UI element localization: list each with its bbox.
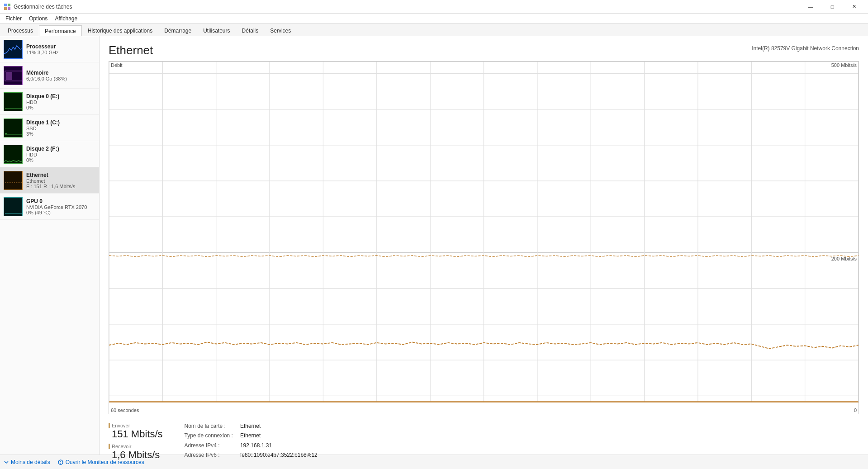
- chart-500-label: 500 Mbits/s: [831, 62, 857, 68]
- svg-rect-1: [8, 4, 10, 6]
- content-device: Intel(R) 82579V Gigabit Network Connecti…: [752, 43, 859, 52]
- main-content: Processeur 11% 3,70 GHz Mémoire 6,0/16,0…: [0, 36, 868, 455]
- ipv4-value: 192.168.1.31: [240, 442, 318, 451]
- disk0-type: HDD: [26, 99, 95, 105]
- sidebar-item-disk0[interactable]: Disque 0 (E:) HDD 0%: [0, 89, 99, 115]
- maximize-button[interactable]: □: [822, 0, 843, 14]
- menu-options[interactable]: Options: [25, 14, 51, 23]
- disk0-info: Disque 0 (E:) HDD 0%: [26, 93, 95, 110]
- gpu-thumbnail: [4, 197, 23, 216]
- tab-processus[interactable]: Processus: [2, 25, 39, 36]
- tab-historique[interactable]: Historique des applications: [82, 25, 158, 36]
- ethernet-subtitle: Ethernet: [26, 178, 95, 184]
- content-title: Ethernet: [109, 43, 153, 57]
- disk1-thumbnail: [4, 118, 23, 137]
- ethernet-info: Ethernet Ethernet E : 151 R : 1,6 Mbits/…: [26, 172, 95, 189]
- ethernet-thumbnail: [4, 171, 23, 190]
- sidebar-item-disk1[interactable]: Disque 1 (C:) SSD 3%: [0, 115, 99, 141]
- svg-rect-2: [4, 7, 7, 10]
- disk1-value: 3%: [26, 131, 95, 137]
- cpu-info: Processeur 11% 3,70 GHz: [26, 43, 95, 55]
- chart-debit-label: Débit: [111, 62, 123, 68]
- window-title: Gestionnaire des tâches: [14, 4, 72, 10]
- less-details-link[interactable]: Moins de détails: [4, 459, 50, 465]
- app-icon: [4, 3, 11, 10]
- memory-info: Mémoire 6,0/16,0 Go (38%): [26, 70, 95, 81]
- disk0-value: 0%: [26, 105, 95, 110]
- card-name-label: Nom de la carte :: [185, 423, 233, 432]
- memory-value: 6,0/16,0 Go (38%): [26, 76, 95, 81]
- menu-fichier[interactable]: Fichier: [2, 14, 25, 23]
- title-bar-left: Gestionnaire des tâches: [4, 3, 72, 10]
- disk2-title: Disque 2 (F:): [26, 146, 95, 152]
- card-name-value: Ethernet: [240, 423, 318, 432]
- svg-point-40: [60, 463, 61, 464]
- chevron-icon: [4, 460, 9, 465]
- sidebar-item-cpu[interactable]: Processeur 11% 3,70 GHz: [0, 36, 99, 62]
- svg-rect-0: [4, 4, 7, 6]
- memory-thumbnail: [4, 66, 23, 85]
- tab-demarrage[interactable]: Démarrage: [158, 25, 197, 36]
- memory-title: Mémoire: [26, 70, 95, 76]
- content-area: Ethernet Intel(R) 82579V Gigabit Network…: [100, 36, 868, 455]
- receive-block: Recevoir 1,6 Mbits/s: [109, 444, 163, 461]
- ethernet-title: Ethernet: [26, 172, 95, 178]
- disk0-title: Disque 0 (E:): [26, 93, 95, 99]
- send-label: Envoyer: [109, 423, 163, 428]
- chart-0-label: 0: [854, 407, 857, 413]
- tab-services[interactable]: Services: [264, 25, 297, 36]
- receive-label: Recevoir: [109, 444, 163, 449]
- gpu-subtitle: NVIDIA GeForce RTX 2070: [26, 204, 95, 210]
- monitor-label: Ouvrir le Moniteur de ressources: [66, 459, 144, 465]
- svg-rect-3: [8, 7, 10, 10]
- minimize-button[interactable]: —: [800, 0, 821, 14]
- disk2-type: HDD: [26, 152, 95, 157]
- sidebar-item-ethernet[interactable]: Ethernet Ethernet E : 151 R : 1,6 Mbits/…: [0, 167, 99, 194]
- title-bar: Gestionnaire des tâches — □ ✕: [0, 0, 868, 14]
- stats-row: Envoyer 151 Mbits/s Recevoir 1,6 Mbits/s…: [109, 419, 859, 461]
- tab-bar: Processus Performance Historique des app…: [0, 24, 868, 36]
- send-value: 151 Mbits/s: [109, 428, 163, 440]
- monitor-icon: [57, 459, 64, 465]
- ethernet-chart: Débit 500 Mbits/s 200 Mbits/s 0 60 secon…: [109, 61, 859, 414]
- tab-utilisateurs[interactable]: Utilisateurs: [197, 25, 236, 36]
- disk2-value: 0%: [26, 157, 95, 163]
- disk2-info: Disque 2 (F:) HDD 0%: [26, 146, 95, 163]
- ipv6-value: fe80::1090:e4b7:3522:b1b8%12: [240, 452, 318, 461]
- cpu-thumbnail: [4, 40, 23, 59]
- ipv6-label: Adresse IPv6 :: [185, 452, 233, 461]
- title-bar-controls: — □ ✕: [800, 0, 864, 14]
- tab-details[interactable]: Détails: [236, 25, 265, 36]
- sidebar: Processeur 11% 3,70 GHz Mémoire 6,0/16,0…: [0, 36, 100, 455]
- disk1-title: Disque 1 (C:): [26, 119, 95, 126]
- details-table: Nom de la carte : Ethernet Type de conne…: [185, 423, 318, 461]
- gpu-value: 0% (49 °C): [26, 210, 95, 215]
- sidebar-item-disk2[interactable]: Disque 2 (F:) HDD 0%: [0, 141, 99, 167]
- connection-type-label: Type de connexion :: [185, 432, 233, 441]
- monitor-link[interactable]: Ouvrir le Moniteur de ressources: [57, 459, 144, 465]
- close-button[interactable]: ✕: [844, 0, 864, 14]
- disk1-type: SSD: [26, 126, 95, 131]
- send-block: Envoyer 151 Mbits/s: [109, 423, 163, 440]
- svg-rect-5: [6, 72, 12, 80]
- content-header: Ethernet Intel(R) 82579V Gigabit Network…: [109, 43, 859, 57]
- menu-affichage[interactable]: Affichage: [51, 14, 81, 23]
- less-details-label: Moins de détails: [11, 459, 50, 465]
- menu-bar: Fichier Options Affichage: [0, 14, 868, 24]
- disk1-info: Disque 1 (C:) SSD 3%: [26, 119, 95, 137]
- chart-svg: [109, 62, 859, 414]
- chart-60s-label: 60 secondes: [111, 407, 139, 413]
- cpu-value: 11% 3,70 GHz: [26, 50, 95, 55]
- tab-performance[interactable]: Performance: [39, 25, 82, 36]
- disk0-thumbnail: [4, 92, 23, 111]
- gpu-info: GPU 0 NVIDIA GeForce RTX 2070 0% (49 °C): [26, 198, 95, 215]
- ethernet-value: E : 151 R : 1,6 Mbits/s: [26, 184, 95, 189]
- ipv4-label: Adresse IPv4 :: [185, 442, 233, 451]
- gpu-title: GPU 0: [26, 198, 95, 204]
- connection-type-value: Ethernet: [240, 432, 318, 441]
- cpu-title: Processeur: [26, 43, 95, 50]
- sidebar-item-memory[interactable]: Mémoire 6,0/16,0 Go (38%): [0, 62, 99, 89]
- chart-200-label: 200 Mbits/s: [831, 256, 857, 261]
- sidebar-item-gpu[interactable]: GPU 0 NVIDIA GeForce RTX 2070 0% (49 °C): [0, 194, 99, 220]
- disk2-thumbnail: [4, 145, 23, 164]
